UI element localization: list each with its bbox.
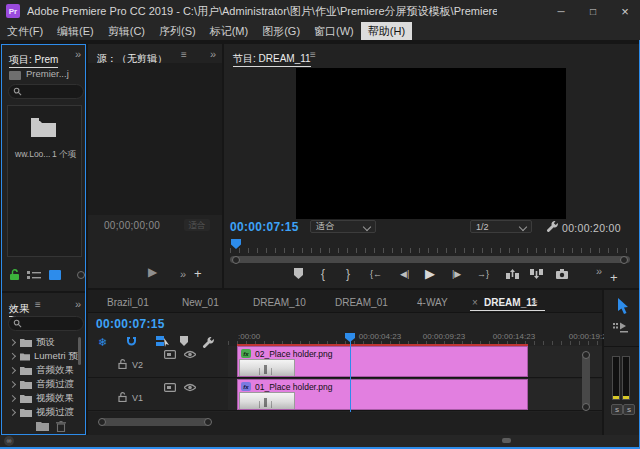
goto-out-button[interactable]: →}: [477, 270, 489, 279]
panel-more-icon[interactable]: »: [180, 268, 185, 280]
program-scrollbar[interactable]: [230, 256, 630, 263]
scrollbar-right-knob[interactable]: [620, 256, 628, 264]
hscroll-right-knob[interactable]: [204, 418, 212, 426]
track-select-forward-tool[interactable]: [613, 322, 630, 333]
mark-in-button[interactable]: {: [321, 268, 325, 280]
clip-v1[interactable]: fx 01_Place holder.png: [237, 379, 528, 410]
menu-edit[interactable]: 编辑(E): [50, 22, 101, 40]
tab-sequence-new-01[interactable]: New_01: [182, 297, 219, 308]
vscroll-top-knob[interactable]: [582, 351, 590, 359]
source-timecode[interactable]: 00;00;00;00: [104, 220, 160, 231]
program-timecode[interactable]: 00:00:07:15: [230, 220, 299, 234]
delete-button[interactable]: [56, 421, 66, 432]
zoom-slider-knob[interactable]: [77, 271, 85, 279]
export-frame-button[interactable]: [556, 269, 568, 279]
tab-program[interactable]: 节目: DREAM_11: [233, 53, 311, 67]
sync-lock-toggle[interactable]: [164, 350, 176, 359]
effects-search-input[interactable]: [8, 316, 84, 331]
tab-sequence-brazil-01[interactable]: Brazil_01: [107, 297, 149, 308]
vscroll-bottom-knob[interactable]: [582, 403, 590, 411]
menu-help[interactable]: 帮助(H): [361, 22, 412, 40]
track-output-toggle[interactable]: [184, 383, 196, 392]
menu-graphics[interactable]: 图形(G): [255, 22, 307, 40]
add-button[interactable]: +: [194, 266, 202, 281]
timeline-timecode[interactable]: 00:00:07:15: [96, 317, 165, 331]
title-bar[interactable]: Pr Adobe Premiere Pro CC 2019 - C:\用户\Ad…: [0, 0, 640, 22]
selection-tool[interactable]: [616, 298, 629, 315]
bin-name-label[interactable]: ww.Loo...: [15, 149, 50, 159]
chevron-right-icon[interactable]: [9, 380, 16, 387]
effects-item-presets[interactable]: 预设: [2, 335, 78, 349]
close-tab-icon[interactable]: ×: [472, 297, 478, 308]
chevron-right-icon[interactable]: [9, 366, 16, 373]
add-marker-button[interactable]: [180, 336, 188, 346]
chevron-right-icon[interactable]: [9, 338, 16, 345]
tab-effects[interactable]: 效果: [9, 303, 29, 317]
project-writable-toggle[interactable]: [9, 269, 20, 281]
sync-lock-toggle[interactable]: [164, 383, 176, 392]
track-label-v1[interactable]: V1: [132, 393, 143, 403]
track-lock-toggle[interactable]: [118, 392, 127, 402]
new-bin-button[interactable]: [36, 421, 49, 431]
source-play-button[interactable]: ▶: [148, 266, 157, 278]
tab-sequence-dream-10[interactable]: DREAM_10: [253, 297, 306, 308]
solo-right-button[interactable]: S: [623, 404, 635, 415]
chevron-right-icon[interactable]: [9, 394, 16, 401]
panel-menu-icon[interactable]: ≡: [181, 49, 187, 60]
timeline-hscrollbar[interactable]: [99, 418, 211, 426]
project-search-input[interactable]: [8, 84, 84, 99]
scrollbar-left-knob[interactable]: [232, 256, 240, 264]
extract-button[interactable]: [530, 269, 543, 279]
mark-out-button[interactable]: }: [346, 268, 350, 280]
tab-sequence-dream-11[interactable]: DREAM_11: [484, 297, 537, 308]
source-fit-dropdown[interactable]: 适合: [184, 219, 210, 231]
panel-more-icon[interactable]: »: [75, 48, 80, 60]
effects-item-video-transitions[interactable]: 视频过渡: [2, 405, 78, 419]
tab-sequence-dream-01[interactable]: DREAM_01: [335, 297, 388, 308]
maximize-button[interactable]: □: [578, 0, 608, 22]
effects-item-lumetri[interactable]: Lumetri 预设: [2, 349, 78, 363]
chevron-right-icon[interactable]: [9, 353, 16, 360]
program-settings-button[interactable]: [546, 220, 558, 232]
icon-view-button[interactable]: [49, 270, 61, 280]
add-button[interactable]: +: [610, 270, 618, 285]
panel-more-icon[interactable]: »: [75, 298, 80, 310]
hscroll-left-knob[interactable]: [98, 418, 106, 426]
minimize-button[interactable]: ─: [546, 0, 576, 22]
program-ruler[interactable]: [230, 248, 634, 253]
step-forward-button[interactable]: |▶: [452, 270, 461, 279]
effects-item-audio-transitions[interactable]: 音频过渡: [2, 377, 78, 391]
program-resolution-dropdown[interactable]: 1/2: [470, 220, 532, 233]
effects-item-video-effects[interactable]: 视频效果: [2, 391, 78, 405]
project-name-label[interactable]: Premier...j: [26, 68, 69, 79]
menu-window[interactable]: 窗口(W): [307, 22, 361, 40]
panel-menu-icon[interactable]: ≡: [310, 49, 316, 60]
close-button[interactable]: ×: [610, 0, 640, 22]
clip-v2[interactable]: fx 02_Place holder.png: [237, 346, 528, 377]
tab-project[interactable]: 项目: Prem: [9, 54, 58, 68]
track-label-v2[interactable]: V2: [132, 360, 143, 370]
track-output-toggle[interactable]: [184, 350, 196, 359]
bin-item[interactable]: [30, 117, 57, 138]
chevron-right-icon[interactable]: [9, 408, 16, 415]
panel-more-icon[interactable]: »: [210, 48, 215, 60]
panel-menu-icon[interactable]: ≡: [35, 299, 41, 310]
lift-button[interactable]: [506, 269, 519, 279]
goto-in-button[interactable]: {←: [370, 270, 382, 279]
list-view-button[interactable]: [27, 271, 41, 280]
panel-menu-icon[interactable]: ≡: [532, 297, 538, 308]
tab-sequence-4way[interactable]: 4-WAY: [417, 297, 448, 308]
panel-more-icon[interactable]: »: [596, 265, 601, 277]
program-fit-dropdown[interactable]: 适合: [310, 220, 376, 233]
timeline-vscrollbar[interactable]: [582, 352, 590, 408]
track-lock-toggle[interactable]: [118, 359, 127, 369]
effects-item-audio-effects[interactable]: 音频效果: [2, 363, 78, 377]
menu-sequence[interactable]: 序列(S): [152, 22, 203, 40]
effects-scrollbar[interactable]: [78, 337, 81, 365]
solo-left-button[interactable]: S: [611, 404, 623, 415]
step-back-button[interactable]: ◀|: [400, 270, 409, 279]
menu-clip[interactable]: 剪辑(C): [101, 22, 152, 40]
menu-file[interactable]: 文件(F): [0, 22, 50, 40]
play-button[interactable]: ▶: [425, 267, 435, 280]
creative-cloud-icon[interactable]: ∞: [4, 436, 14, 446]
